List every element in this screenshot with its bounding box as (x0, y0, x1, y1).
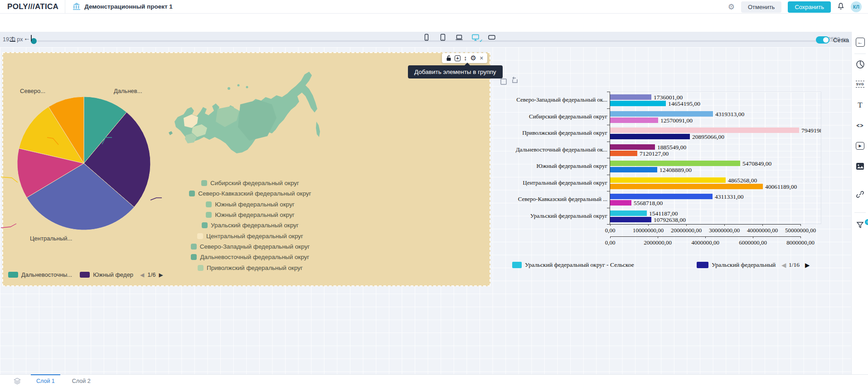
legend-label: Уральский федеральный округ (211, 222, 299, 229)
legend-next-icon[interactable]: ▶ (159, 272, 163, 278)
selection-frame-icon[interactable] (500, 78, 507, 87)
map-legend: Сибирский федеральный округСеверо-Кавказ… (168, 178, 333, 273)
legend-prev-icon[interactable]: ◀ (140, 272, 144, 278)
legend-swatch (197, 233, 203, 239)
unlock-icon[interactable] (446, 55, 451, 61)
bar[interactable] (610, 111, 713, 117)
legend-swatch (191, 254, 197, 260)
y-axis-tick (607, 125, 610, 125)
x-axis-tick-label: 0,00 (605, 239, 616, 246)
sidebar-divider (854, 212, 866, 213)
bar[interactable] (610, 161, 740, 166)
move-vertical-icon[interactable]: ↕ (464, 54, 467, 62)
bar[interactable] (610, 167, 657, 172)
legend-swatch (206, 212, 212, 218)
x-axis-tick-label: 20000000,00 (671, 227, 702, 234)
bar[interactable] (610, 101, 666, 106)
x-axis-tick-label: 4000000,00 (691, 239, 719, 246)
layer-tab-2[interactable]: Слой 2 (70, 375, 92, 387)
legend-label: Дальневосточны... (21, 271, 72, 278)
y-axis-tick (607, 108, 610, 109)
cancel-button[interactable]: Отменить (741, 1, 781, 13)
bar[interactable] (610, 94, 651, 100)
code-widget-icon[interactable]: <> (852, 122, 868, 129)
snap-left-icon[interactable]: ← (24, 34, 32, 42)
group-close-icon[interactable]: × (480, 54, 483, 62)
bar[interactable] (610, 144, 655, 150)
legend-label: Южный федер (93, 271, 133, 278)
legend-swatch (697, 262, 708, 268)
bar[interactable] (610, 118, 658, 123)
map-legend-item: Северо-Кавказский федеральный округ (168, 188, 333, 199)
text-widget-icon[interactable]: T (852, 101, 868, 110)
svg-widget-icon[interactable]: SVG (852, 81, 868, 88)
bar-category-label: Северо-Кавказский федеральный ... (499, 196, 607, 202)
bar[interactable] (610, 127, 799, 133)
bar[interactable] (610, 177, 726, 183)
x-axis-tick (753, 236, 753, 238)
bar-category-label: Уральский федеральный округ (499, 212, 607, 219)
legend-label: Южный федеральный округ (215, 201, 295, 208)
legend-swatch (202, 222, 208, 228)
user-avatar[interactable]: КЛ (851, 1, 862, 12)
pie-chart-widget-icon[interactable] (852, 60, 868, 69)
bar[interactable] (610, 184, 763, 189)
header-divider (65, 0, 65, 14)
x-axis-tick (724, 224, 725, 226)
device-laptop-icon[interactable]: ✓ (454, 32, 464, 42)
video-widget-icon[interactable]: ▶ (852, 142, 868, 150)
legend-next-icon[interactable]: ▶ (805, 261, 810, 269)
bar[interactable] (610, 217, 651, 222)
bar[interactable] (610, 194, 713, 199)
map-legend-item: Сибирский федеральный округ (168, 178, 333, 188)
device-smartphone-icon[interactable]: ✓ (422, 32, 432, 42)
device-desktop-icon[interactable]: ✓ (470, 32, 480, 42)
editor-toolbar: ↑ ← ✓ ✓ ✓ ✓ ✓ Сетка (0, 14, 868, 32)
bar[interactable] (610, 211, 647, 216)
dashboard-canvas[interactable]: + ↕ ⚙ × Добавить элементы в группу Север… (0, 47, 851, 374)
notifications-bell-icon[interactable] (837, 2, 844, 12)
x-axis-tick (762, 224, 763, 226)
project-title: Демонстрационный проект 1 (84, 3, 173, 10)
link-widget-icon[interactable] (852, 191, 868, 198)
collapse-panel-icon[interactable]: ← (852, 38, 868, 47)
russia-map[interactable] (150, 64, 340, 177)
legend-label: Приволжский федеральный округ (207, 265, 303, 271)
add-to-group-icon[interactable]: + (455, 55, 461, 61)
grid-toggle-label: Сетка (833, 37, 849, 44)
legend-swatch (189, 191, 195, 196)
bar[interactable] (610, 134, 690, 139)
bar-category-label: Сибирский федеральный округ (499, 113, 607, 120)
bar[interactable] (610, 151, 637, 156)
x-axis-tick (658, 236, 658, 238)
pie-legend: Дальневосточны... Южный федер ◀ 1/6 ▶ (8, 271, 163, 278)
device-tv-icon[interactable]: ✓ (487, 32, 497, 42)
x-axis-tick-label: 10000000,00 (633, 227, 664, 234)
legend-label: Уральский федеральный округ - Сельское (525, 261, 634, 269)
y-axis-tick (607, 175, 610, 175)
bar-value-label: 5470849,00 (742, 160, 771, 167)
image-widget-icon[interactable] (852, 162, 868, 170)
bar-value-label: 4865268,00 (728, 177, 757, 184)
filter-funnel-icon[interactable]: 0 (852, 221, 868, 229)
legend-prev-icon[interactable]: ◀ (781, 261, 786, 269)
bar-value-label: 12408889,00 (659, 167, 692, 174)
export-upload-icon[interactable]: ↑ (10, 34, 15, 42)
sidebar-divider (854, 54, 866, 54)
save-button[interactable]: Сохранить (788, 1, 831, 13)
settings-gear-icon[interactable]: ⚙ (728, 2, 735, 12)
group-settings-icon[interactable]: ⚙ (470, 54, 476, 62)
device-tablet-icon[interactable]: ✓ (438, 32, 448, 42)
bar-value-label: 10792638,00 (654, 216, 686, 224)
map-legend-item: Центральный федеральный округ (168, 230, 333, 241)
bar-chart-legend: Уральский федеральный округ - Сельское У… (499, 261, 821, 270)
pie-chart-svg[interactable] (17, 96, 151, 230)
pie-callout-label: Дальнев... (114, 88, 142, 94)
legend-label: Северо-Кавказский федеральный округ (198, 190, 311, 197)
move-out-frame-icon[interactable] (511, 76, 519, 86)
tooltip-add-to-group: Добавить элементы в группу (408, 65, 503, 78)
grid-toggle[interactable] (816, 36, 829, 44)
layer-tab-1[interactable]: Слой 1 (34, 375, 57, 387)
bar-chart[interactable]: 1736001,0014654195,004319313,0012570091,… (499, 92, 821, 318)
bar[interactable] (610, 200, 631, 206)
